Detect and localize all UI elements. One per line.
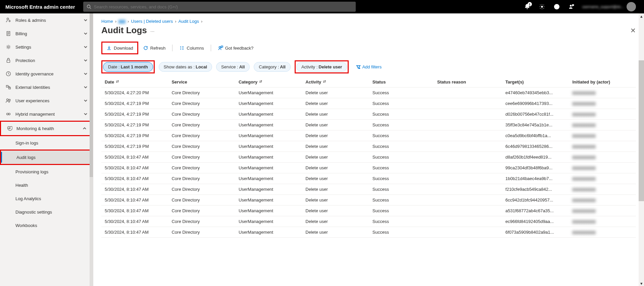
column-header-initiated-by-actor-[interactable]: Initiated by (actor)	[569, 77, 636, 88]
table-row[interactable]: 5/30/2024, 4:27:20 PMCore DirectoryUserM…	[101, 88, 636, 98]
cell: UserManagement	[235, 184, 302, 195]
breadcrumb-link[interactable]: Home	[101, 19, 113, 24]
sidebar: Roles & adminsBillingSettingsProtectionI…	[0, 13, 93, 286]
avatar	[627, 2, 636, 11]
table-row[interactable]: 5/30/2024, 8:10:47 AMCore DirectoryUserM…	[101, 173, 636, 184]
cell: ▮▮▮▮▮▮▮▮▮▮	[569, 163, 636, 173]
table-row[interactable]: 5/30/2024, 8:10:47 AMCore DirectoryUserM…	[101, 227, 636, 238]
feedback-link[interactable]: Got feedback?	[214, 43, 257, 53]
scroll-up-icon[interactable]: ▴	[639, 13, 644, 19]
column-header-activity[interactable]: Activity	[302, 77, 369, 88]
feedback-button[interactable]	[565, 0, 578, 13]
cell: Core Directory	[168, 206, 235, 216]
sidebar-item-roles-admins[interactable]: Roles & admins	[0, 13, 93, 27]
sidebar-item-sign-in-logs[interactable]: Sign-in logs	[0, 136, 93, 150]
receipt-icon	[5, 31, 11, 37]
cell: UserManagement	[235, 120, 302, 130]
table-row[interactable]: 5/30/2024, 8:10:47 AMCore DirectoryUserM…	[101, 152, 636, 163]
filter-date[interactable]: Date : Last 1 month	[103, 62, 153, 72]
sidebar-item-audit-logs[interactable]: Audit logs	[1, 151, 92, 164]
sidebar-item-protection[interactable]: Protection	[0, 54, 93, 67]
scroll-thumb[interactable]	[639, 60, 644, 201]
sidebar-label: Identity governance	[15, 71, 53, 76]
refresh-button[interactable]: Refresh	[140, 43, 169, 53]
cell: UserManagement	[235, 163, 302, 173]
sidebar-item-diagnostic-settings[interactable]: Diagnostic settings	[0, 205, 93, 219]
cell: Success	[369, 195, 434, 206]
svg-point-16	[7, 99, 8, 101]
sidebar-item-settings[interactable]: Settings	[0, 40, 93, 54]
sidebar-item-external-identities[interactable]: External Identities	[0, 80, 93, 94]
sidebar-item-user-experiences[interactable]: User experiences	[0, 94, 93, 107]
content-scrollbar[interactable]: ▴ ▾	[639, 13, 644, 286]
sidebar-label: Hybrid management	[15, 112, 55, 117]
sidebar-item-workbooks[interactable]: Workbooks	[0, 219, 93, 232]
table-row[interactable]: 5/30/2024, 8:10:47 AMCore DirectoryUserM…	[101, 163, 636, 173]
breadcrumb-separator: ›	[201, 19, 202, 24]
column-header-service[interactable]: Service	[168, 77, 235, 88]
breadcrumb-link[interactable]: Audit Logs	[178, 19, 199, 24]
cell: cee6e690996b417393...	[502, 98, 569, 109]
table-row[interactable]: 5/30/2024, 4:27:19 PMCore DirectoryUserM…	[101, 98, 636, 109]
filter-service[interactable]: Service : All	[216, 62, 250, 72]
table-row[interactable]: 5/30/2024, 4:27:19 PMCore DirectoryUserM…	[101, 109, 636, 120]
cell	[434, 109, 502, 120]
table-row[interactable]: 5/30/2024, 4:27:19 PMCore DirectoryUserM…	[101, 130, 636, 141]
column-header-category[interactable]: Category	[235, 77, 302, 88]
sidebar-item-monitoring-health[interactable]: Monitoring & health	[1, 122, 92, 135]
user-menu[interactable]: username_support@do...	[580, 2, 639, 11]
download-button[interactable]: Download	[103, 43, 137, 53]
cell: 35ff3e3c84e745a1b1e...	[502, 120, 569, 130]
filter-category[interactable]: Category : All	[254, 62, 291, 72]
cell: Core Directory	[168, 163, 235, 173]
sidebar-item-provisioning-logs[interactable]: Provisioning logs	[0, 165, 93, 178]
sidebar-item-log-analytics[interactable]: Log Analytics	[0, 192, 93, 205]
sidebar-item-hybrid-management[interactable]: Hybrid management	[0, 107, 93, 121]
column-header-status-reason[interactable]: Status reason	[434, 77, 502, 88]
sidebar-label: Monitoring & health	[16, 126, 54, 131]
cell: Delete user	[302, 173, 369, 184]
table-row[interactable]: 5/30/2024, 4:27:19 PMCore DirectoryUserM…	[101, 141, 636, 152]
more-button[interactable]: …	[150, 28, 155, 33]
audit-log-table: Date ServiceCategory Activity StatusStat…	[101, 77, 636, 238]
table-row[interactable]: 5/30/2024, 8:10:47 AMCore DirectoryUserM…	[101, 184, 636, 195]
columns-button[interactable]: Columns	[176, 43, 207, 53]
feedback-icon	[218, 45, 223, 51]
table-row[interactable]: 5/30/2024, 8:10:47 AMCore DirectoryUserM…	[101, 195, 636, 206]
breadcrumb-separator: ›	[115, 19, 116, 24]
hybrid-icon	[5, 111, 11, 117]
sidebar-item-billing[interactable]: Billing	[0, 27, 93, 40]
table-row[interactable]: 5/30/2024, 8:10:47 AMCore DirectoryUserM…	[101, 216, 636, 227]
scroll-down-icon[interactable]: ▾	[639, 281, 644, 286]
column-header-target-s-[interactable]: Target(s)	[502, 77, 569, 88]
help-button[interactable]	[550, 0, 563, 13]
cell: UserManagement	[235, 88, 302, 98]
notifications-button[interactable]: 1	[521, 0, 534, 13]
cell: UserManagement	[235, 206, 302, 216]
cell: 5/30/2024, 8:10:47 AM	[101, 163, 168, 173]
cell: Core Directory	[168, 184, 235, 195]
sidebar-item-identity-governance[interactable]: Identity governance	[0, 67, 93, 80]
cell: 6f073a5909b8402a9a1...	[502, 227, 569, 238]
search-box[interactable]	[83, 2, 356, 12]
cell: 6c46d9798133465286...	[502, 141, 569, 152]
settings-button[interactable]	[535, 0, 549, 13]
breadcrumb-link[interactable]: ▮▮▮	[118, 19, 126, 24]
search-input[interactable]	[94, 4, 352, 9]
sidebar-label: Settings	[15, 45, 31, 50]
add-filter-button[interactable]: Add filters	[353, 62, 385, 71]
cell: Success	[369, 130, 434, 141]
download-highlight: Download	[101, 42, 138, 54]
filter-show-dates[interactable]: Show dates as : Local	[159, 62, 212, 72]
cell: Success	[369, 173, 434, 184]
sidebar-scrollbar[interactable]	[90, 13, 93, 286]
sidebar-item-health[interactable]: Health	[0, 178, 93, 192]
close-button[interactable]: ✕	[630, 26, 636, 35]
separator	[211, 45, 211, 51]
column-header-date[interactable]: Date	[101, 77, 168, 88]
column-header-status[interactable]: Status	[369, 77, 434, 88]
breadcrumb-link[interactable]: Users | Deleted users	[131, 19, 173, 24]
table-row[interactable]: 5/30/2024, 4:27:19 PMCore DirectoryUserM…	[101, 120, 636, 130]
filter-activity[interactable]: Activity : Delete user	[296, 62, 347, 72]
table-row[interactable]: 5/30/2024, 8:10:47 AMCore DirectoryUserM…	[101, 206, 636, 216]
